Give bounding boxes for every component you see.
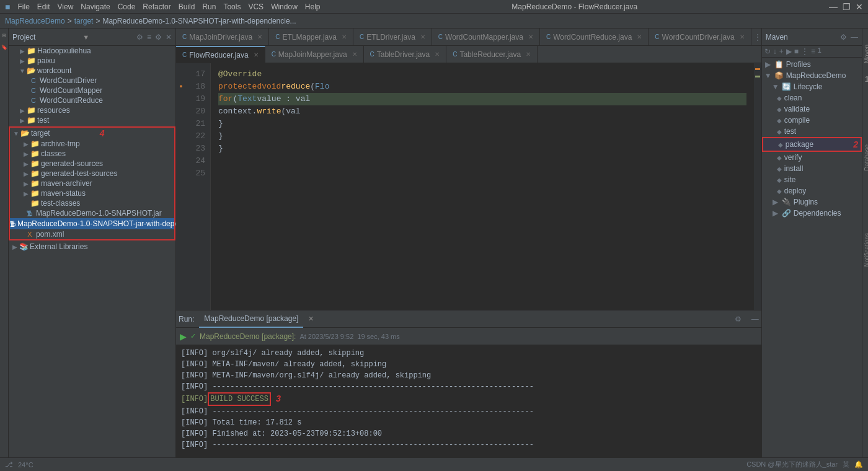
- expand-arrow[interactable]: ▼: [772, 82, 779, 91]
- tree-item-paixu[interactable]: ▶ 📁 paixu: [9, 56, 175, 66]
- maven-tree[interactable]: ▶ 📋 Profiles ▼ 📦 MapReduceDemo ▼ 🔄 Lifec…: [762, 58, 862, 471]
- tab-tabledriver[interactable]: C TableDriver.java ✕: [364, 46, 447, 63]
- tree-item-pom[interactable]: X pom.xml: [10, 229, 174, 239]
- tab-close[interactable]: ✕: [526, 51, 531, 58]
- tab-wordcountreduce[interactable]: C WordCountReduce.java ✕: [540, 29, 649, 46]
- collapse-icon[interactable]: —: [751, 315, 759, 324]
- tree-item-test-classes[interactable]: 📁 test-classes: [10, 198, 174, 208]
- tab-close[interactable]: ✕: [342, 33, 347, 40]
- maven-phase-validate[interactable]: ◆ validate: [762, 103, 862, 115]
- tab-flowreducer[interactable]: C FlowReducer.java ✕: [176, 46, 265, 63]
- menu-navigate[interactable]: Navigate: [81, 2, 110, 11]
- tab-etldriver[interactable]: C ETLDriver.java ✕: [353, 29, 432, 46]
- menu-build[interactable]: Build: [179, 2, 195, 11]
- bookmarks-icon[interactable]: 🔖: [0, 42, 8, 53]
- menu-file[interactable]: File: [17, 2, 29, 11]
- panel-actions[interactable]: ⚙ ≡ ⚙ ✕: [136, 33, 172, 42]
- expand-arrow[interactable]: ▶: [22, 190, 30, 197]
- tree-item-generated-sources[interactable]: ▶ 📁 generated-sources: [10, 159, 174, 169]
- maven-settings-icon[interactable]: ⚙: [840, 33, 847, 42]
- editor-tabs-row1[interactable]: C MapJoinDriver.java ✕ C ETLMapper.java …: [176, 29, 761, 46]
- run-toolbar[interactable]: ▶ ✓ MapReduceDemo [package]: At 2023/5/2…: [176, 328, 761, 345]
- scroll-strip[interactable]: [754, 63, 761, 310]
- notifications-vertical-tab[interactable]: Notifications: [862, 229, 868, 270]
- tab-close[interactable]: ✕: [257, 33, 262, 40]
- maven-profiles[interactable]: ▶ 📋 Profiles: [762, 59, 862, 70]
- menu-tools[interactable]: Tools: [223, 2, 241, 11]
- tree-item-WordCountReduce[interactable]: C WordCountReduce: [9, 95, 175, 105]
- window-controls[interactable]: — ❐ ✕: [829, 2, 863, 12]
- tree-item-WordCountMapper[interactable]: C WordCountMapper: [9, 86, 175, 95]
- tab-wordcountdriver[interactable]: C WordCountDriver.java ✕: [649, 29, 751, 46]
- tab-mapjoinmapper[interactable]: C MapJoinMapper.java ✕: [265, 46, 364, 63]
- tab-close[interactable]: ✕: [352, 51, 357, 58]
- more-tabs-icon[interactable]: ⋮: [754, 33, 761, 42]
- play-button[interactable]: ▶: [180, 332, 187, 341]
- expand-arrow[interactable]: ▶: [19, 58, 26, 64]
- maven-lifecycle[interactable]: ▼ 🔄 Lifecycle: [762, 81, 862, 92]
- code-content[interactable]: @Override protected void reduce ( Flo: [211, 63, 754, 310]
- tab-etlmapper[interactable]: C ETLMapper.java ✕: [269, 29, 353, 46]
- tree-item-WordCountDriver[interactable]: C WordCountDriver: [9, 76, 175, 86]
- menu-edit[interactable]: Edit: [37, 2, 50, 11]
- tab-close[interactable]: ✕: [528, 33, 533, 40]
- expand-arrow[interactable]: ▶: [764, 60, 772, 69]
- tree-item-wordcount[interactable]: ▼ 📂 wordcount: [9, 66, 175, 76]
- maven-plugins[interactable]: ▶ 🔌 Plugins: [762, 196, 862, 208]
- menu-view[interactable]: View: [58, 2, 74, 11]
- bottom-tabs[interactable]: Run: MapReduceDemo [package] ✕ ⚙ —: [176, 310, 761, 328]
- maven-stop-icon[interactable]: ■: [794, 47, 799, 56]
- expand-arrow[interactable]: ▶: [772, 198, 779, 206]
- project-tree[interactable]: ▶ 📁 Hadoopxuliehua ▶ 📁 paixu ▼ 📂 wordcou…: [9, 46, 175, 471]
- tree-item-external-libraries[interactable]: ▶ 📚 External Libraries: [9, 242, 175, 252]
- tab-close[interactable]: ✕: [254, 51, 259, 58]
- expand-arrow[interactable]: ▶: [22, 141, 30, 147]
- editor-tabs-row2[interactable]: C FlowReducer.java ✕ C MapJoinMapper.jav…: [176, 46, 761, 63]
- expand-arrow[interactable]: ▶: [22, 170, 30, 177]
- menu-run[interactable]: Run: [202, 2, 216, 11]
- maven-header-actions[interactable]: ⚙ —: [840, 33, 858, 42]
- maven-refresh-icon[interactable]: ↻: [764, 47, 771, 56]
- panel-action-cog[interactable]: ⚙: [136, 33, 143, 42]
- maven-phase-install[interactable]: ◆ install: [762, 163, 862, 174]
- tree-item-mapreduce-jar[interactable]: 🗜 MapReduceDemo-1.0-SNAPSHOT.jar: [10, 208, 174, 218]
- expand-arrow[interactable]: ▶: [22, 161, 30, 167]
- tab-close[interactable]: ✕: [740, 33, 745, 40]
- tab-close[interactable]: ✕: [637, 33, 642, 40]
- minimize-button[interactable]: —: [829, 2, 838, 12]
- tab-mapjoindriver[interactable]: C MapJoinDriver.java ✕: [176, 29, 269, 46]
- breadcrumb-part-1[interactable]: MapReduceDemo: [5, 17, 65, 25]
- settings-icon[interactable]: ⚙: [735, 315, 742, 324]
- maven-phase-clean[interactable]: ◆ clean: [762, 92, 862, 103]
- tree-item-archive-tmp[interactable]: ▶ 📁 archive-tmp: [10, 139, 174, 149]
- project-dropdown-icon[interactable]: ▼: [82, 33, 89, 41]
- maven-list-icon[interactable]: ≡: [811, 47, 815, 56]
- breadcrumb-part-2[interactable]: target: [74, 17, 94, 25]
- panel-action-gear[interactable]: ⚙: [155, 33, 162, 42]
- maven-phase-test[interactable]: ◆ test: [762, 126, 862, 137]
- tab-tablereducer[interactable]: C TableReducer.java ✕: [446, 46, 538, 63]
- tree-item-maven-archiver[interactable]: ▶ 📁 maven-archiver: [10, 178, 174, 188]
- status-notifications-icon[interactable]: 🔔: [854, 460, 863, 469]
- maven-phase-package[interactable]: ◆ package 2: [762, 137, 862, 152]
- status-git-icon[interactable]: ⎇: [5, 460, 13, 469]
- maven-collapse-icon[interactable]: —: [851, 33, 858, 42]
- expand-arrow[interactable]: ▶: [19, 48, 26, 55]
- database-vertical-tab[interactable]: Database: [862, 141, 868, 175]
- structure-icon[interactable]: ⊞: [0, 31, 8, 40]
- menu-vcs[interactable]: VCS: [248, 2, 264, 11]
- maven-run-icon[interactable]: ▶: [786, 47, 792, 56]
- tree-item-classes[interactable]: ▶ 📁 classes: [10, 149, 174, 159]
- tab-run[interactable]: MapReduceDemo [package]: [199, 310, 303, 328]
- expand-arrow[interactable]: ▶: [772, 209, 779, 218]
- breadcrumb-part-3[interactable]: MapReduceDemo-1.0-SNAPSHOT-jar-with-depe…: [102, 17, 296, 25]
- tab-close[interactable]: ✕: [435, 51, 440, 58]
- menu-code[interactable]: Code: [118, 2, 136, 11]
- tree-item-target[interactable]: ▼ 📂 target 4: [10, 128, 174, 139]
- panel-action-close[interactable]: ✕: [166, 33, 172, 42]
- maven-phase-compile[interactable]: ◆ compile: [762, 115, 862, 126]
- maven-phase-deploy[interactable]: ◆ deploy: [762, 185, 862, 196]
- tree-item-hadoopxuliehua[interactable]: ▶ 📁 Hadoopxuliehua: [9, 46, 175, 56]
- maven-project[interactable]: ▼ 📦 MapReduceDemo: [762, 70, 862, 81]
- menu-refactor[interactable]: Refactor: [143, 2, 170, 11]
